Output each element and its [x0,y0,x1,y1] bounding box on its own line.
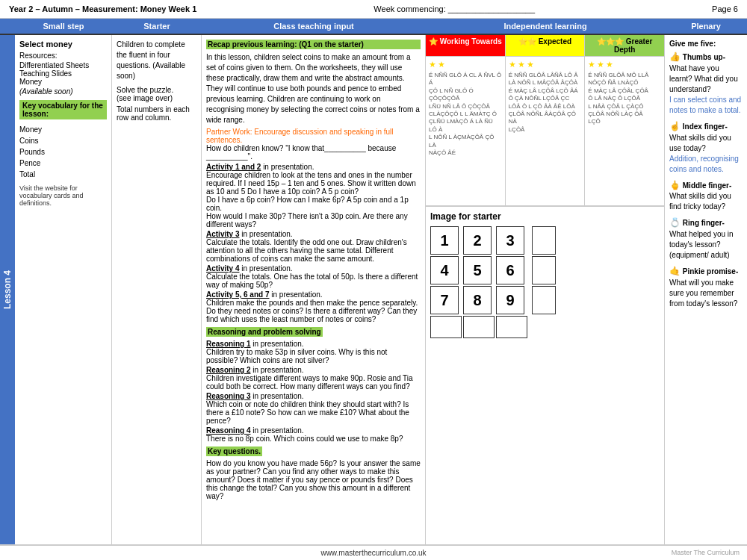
plenary-middle-finger: 🖕 Middle finger- What skills did you fin… [669,179,743,213]
small-step-title: Select money [19,40,107,49]
page-footer: www.masterthecurriculum.co.uk Master The… [0,545,747,560]
plenary-column: Give me five: 👍 Thumbs up- What have you… [665,35,747,544]
number-grid: 1 2 3 4 5 6 7 8 9 [430,226,527,338]
greater-depth-header: ⭐⭐⭐ Greater Depth [585,35,664,56]
grid-cell-3: 3 [496,226,524,255]
key-questions-text: How do you know you have made 56p? Is yo… [206,459,421,500]
plenary-thumbs-up: 👍 Thumbs up- What have you learnt? What … [669,51,743,116]
image-for-starter-section: Image for starter 1 2 3 4 5 6 [426,206,664,343]
activity-1-2: Activity 1 and 2 in presentation. Encour… [206,163,421,228]
teaching-column: Recap previous learning: (Q1 on the star… [202,35,426,544]
reasoning-2: Reasoning 2 in presentation. Children in… [206,366,421,391]
how-do-children: How do children know? "I know that______… [206,144,421,161]
reasoning-1: Reasoning 1 in presentation. Children tr… [206,340,421,364]
starter-text: Children to complete the fluent in four … [117,40,196,81]
grid-cell-6: 6 [496,256,524,284]
activity-3: Activity 3 in presentation. Calculate th… [206,230,421,263]
page-header: Year 2 – Autumn – Measurement: Money Wee… [0,0,747,19]
grid-cell-5: 5 [463,256,492,284]
grid-cell-8: 8 [463,286,492,314]
grid-cell-2: 2 [463,226,492,255]
col-header-independent: Independent learning [426,19,665,34]
footer-url: www.masterthecurriculum.co.uk [320,549,426,557]
activity-5-6-7: Activity 5, 6 and 7 in presentation. Chi… [206,290,421,323]
column-headers: Small step Starter Class teaching input … [0,19,747,35]
reasoning-heading-box: Reasoning and problem solving [206,325,421,338]
plenary-ring-finger: 💍 Ring finger- What helped you in today'… [669,217,743,261]
diff-sheets: Differentiated SheetsTeaching SlidesMone… [19,61,107,86]
grid-cell-4: 4 [430,256,459,284]
bottom-cell-2 [463,316,495,338]
greater-depth-content: ★★★ É NÑÑ GLÔÂ MÔ LLÂ NÔÇÔ ÑÂ LNÀÇÔ É MÀ… [585,57,664,205]
key-questions-box: Key questions. [206,444,421,458]
image-title: Image for starter [430,211,660,222]
resources-label: Resources: [19,52,107,60]
reasoning-3: Reasoning 3 in presentation. Which coin … [206,392,421,425]
expected-header: ⭐⭐ Expected [506,35,586,56]
solve-puzzle: Solve the puzzle.(see image over) [117,86,196,102]
starter-column: Children to complete the fluent in four … [112,35,202,544]
total-numbers-text: Total numbers in each row and column. [117,105,196,122]
col-header-small-step: Small step [15,19,112,34]
col-header-teaching: Class teaching input [202,19,426,34]
plenary-title: Give me five: [669,40,743,48]
col-header-starter: Starter [112,19,202,34]
header-page: Page 6 [712,4,738,13]
working-towards-header: ⭐ Working Towards [426,35,506,56]
bottom-cell-1 [430,316,462,338]
grid-cell-7: 7 [430,286,459,314]
main-content: Lesson 4 Select money Resources: Differe… [0,35,747,545]
header-week: Week commencing: ___________________ [374,4,535,13]
working-towards-content: ★★ É NÑÑ GLÔ Á CL Ä ÑVL Ô Á ÇÔ L NÑ GLÔ … [426,57,506,205]
header-title: Year 2 – Autumn – Measurement: Money Wee… [9,4,196,13]
vocab-list: MoneyCoinsPoundsPenceTotal [19,124,107,180]
key-vocab-box: Key vocabulary for the lesson: [19,100,107,119]
website-text: Visit the website for vocabulary cards a… [19,184,107,207]
col-header-plenary: Plenary [665,19,747,34]
expected-content: ★★★ É NÑÑ GLÔÂ LÂÑÂ LÔ Â LÀ NÔÑ L MÂÇÔÂ … [506,57,586,205]
grid-cell-9: 9 [496,286,524,314]
lesson-label: Lesson 4 [0,35,15,544]
plenary-pinkie: 🤙 Pinkie promise- What will you make sur… [669,265,743,309]
partner-work: Partner Work: Encourage discussion and s… [206,128,421,144]
small-step-column: Select money Resources: Differentiated S… [15,35,112,544]
activity-4: Activity 4 in presentation. Calculate th… [206,264,421,289]
side-cells [532,226,556,314]
indep-sub-headers: ⭐ Working Towards ⭐⭐ Expected ⭐⭐⭐ Greate… [426,35,664,57]
available-soon: (Available soon) [19,87,107,96]
teaching-intro: In this lesson, children select coins to… [206,52,421,125]
recap-heading: Recap previous learning: (Q1 on the star… [206,40,421,49]
independent-column: ⭐ Working Towards ⭐⭐ Expected ⭐⭐⭐ Greate… [426,35,665,544]
plenary-index-finger: ☝ Index finger- What skills did you use … [669,120,743,175]
reasoning-4: Reasoning 4 in presentation. There is no… [206,426,421,443]
footer-logo: Master The Curriculum [672,549,740,556]
grid-cell-1: 1 [430,226,459,255]
content-row: Select money Resources: Differentiated S… [15,35,747,544]
bottom-cell-3 [496,316,527,338]
